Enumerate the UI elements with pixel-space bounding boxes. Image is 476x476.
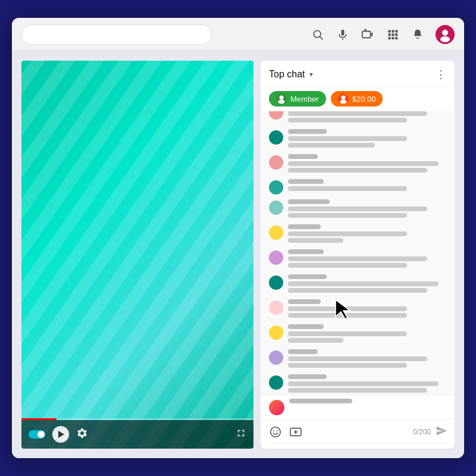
pinned-msg-avatar [269, 400, 284, 415]
chat-message-item [261, 372, 455, 394]
pinned-message [261, 394, 455, 419]
message-username-line [288, 129, 327, 134]
message-content [288, 179, 446, 193]
message-avatar [269, 250, 283, 265]
member-filter-chip[interactable]: Member [269, 91, 326, 107]
message-content [288, 299, 446, 320]
message-text-line [288, 256, 427, 261]
message-text-line [288, 186, 407, 191]
chat-message-item [261, 222, 455, 247]
chat-message-item [261, 247, 455, 272]
chat-more-button[interactable]: ⋮ [436, 68, 446, 81]
chat-header: Top chat ▾ ⋮ [261, 61, 455, 86]
chat-message-item [261, 272, 455, 297]
chat-message-item [261, 127, 455, 152]
message-content [288, 154, 446, 174]
message-text-line [288, 118, 407, 123]
svg-point-17 [442, 30, 448, 36]
message-text-line [288, 331, 407, 336]
svg-line-1 [320, 36, 323, 39]
svg-rect-8 [392, 30, 394, 32]
chat-message-item [261, 322, 455, 347]
svg-rect-12 [395, 33, 397, 36]
message-username-line [288, 224, 321, 229]
svg-rect-10 [389, 33, 391, 36]
svg-point-23 [341, 96, 345, 100]
donation-chip-avatar [338, 93, 349, 104]
message-content [288, 111, 446, 124]
chat-message-item [261, 297, 455, 322]
chat-filters: Member $20.00 [261, 86, 455, 111]
member-chip-label: Member [290, 95, 319, 104]
message-text-line [288, 338, 343, 343]
search-bar[interactable] [21, 24, 212, 45]
message-text-line [288, 381, 439, 386]
svg-rect-7 [389, 30, 391, 32]
pinned-msg-content [289, 399, 446, 405]
message-username-line [288, 324, 324, 329]
apps-grid-icon[interactable] [386, 27, 400, 42]
member-chip-avatar [276, 93, 287, 104]
search-icon[interactable] [311, 27, 325, 42]
emoji-button[interactable] [268, 424, 283, 440]
send-button[interactable] [436, 425, 447, 440]
message-avatar [269, 350, 283, 365]
chat-message-item [261, 152, 455, 177]
fullscreen-icon[interactable] [236, 428, 246, 441]
message-username-line [288, 274, 327, 279]
chat-dropdown-icon[interactable]: ▾ [309, 70, 313, 79]
donation-filter-chip[interactable]: $20.00 [331, 91, 383, 107]
toggle-track [29, 430, 45, 439]
create-video-icon[interactable] [361, 27, 375, 42]
super-chat-button[interactable] [288, 424, 303, 440]
video-controls [21, 420, 253, 449]
svg-point-25 [271, 427, 281, 437]
char-counter: 0/200 [413, 428, 431, 436]
message-text-line [288, 161, 439, 166]
top-chat-title: Top chat [269, 69, 305, 80]
message-content [288, 374, 446, 394]
message-content [288, 274, 446, 295]
message-avatar [269, 226, 283, 240]
message-avatar [269, 375, 283, 390]
message-text-line [288, 143, 375, 148]
chat-messages-list[interactable] [261, 111, 455, 394]
svg-point-26 [273, 430, 274, 431]
message-avatar [269, 130, 283, 145]
browser-icons [311, 25, 455, 44]
video-container [21, 61, 253, 449]
svg-point-27 [277, 430, 278, 431]
message-text-line [288, 313, 407, 318]
mic-icon[interactable] [336, 27, 350, 42]
svg-rect-14 [392, 37, 394, 39]
message-avatar [269, 111, 283, 120]
svg-rect-11 [392, 33, 394, 36]
message-username-line [288, 349, 318, 354]
message-content [288, 129, 446, 149]
message-text-line [288, 281, 439, 286]
chat-panel: Top chat ▾ ⋮ Member [261, 61, 455, 449]
message-avatar [269, 201, 283, 215]
message-text-line [288, 213, 407, 218]
chat-message-item [261, 347, 455, 372]
message-avatar [269, 180, 283, 195]
settings-icon[interactable] [76, 427, 88, 442]
play-button[interactable] [52, 426, 69, 443]
user-avatar[interactable] [436, 25, 455, 44]
message-username-line [288, 299, 321, 304]
message-avatar [269, 325, 283, 340]
message-avatar [269, 275, 283, 290]
svg-rect-9 [395, 30, 397, 32]
autoplay-toggle[interactable] [29, 430, 45, 439]
chat-input-area: 0/200 [261, 419, 455, 449]
main-content: Top chat ▾ ⋮ Member [12, 51, 464, 458]
message-text-line [288, 206, 427, 211]
message-text-line [288, 388, 427, 393]
notifications-icon[interactable] [411, 27, 425, 42]
toggle-thumb [37, 431, 45, 438]
video-player[interactable] [21, 61, 253, 449]
message-username-line [288, 374, 327, 379]
svg-point-0 [314, 30, 321, 37]
message-text-line [288, 238, 343, 243]
message-content [288, 324, 446, 345]
